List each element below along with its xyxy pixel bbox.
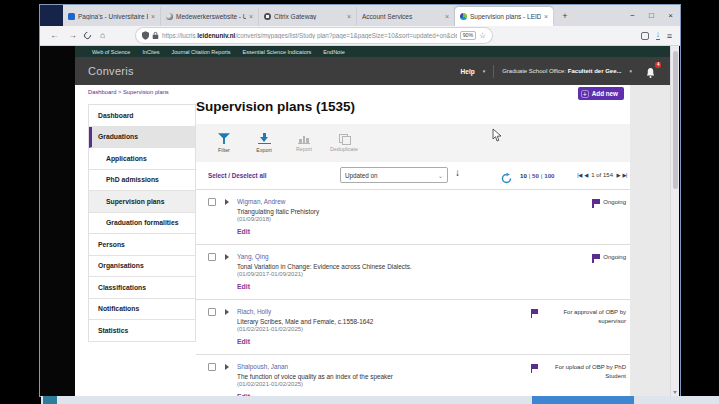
citrix-favicon-icon bbox=[264, 13, 271, 20]
page-indicator: 1 of 154 bbox=[591, 172, 613, 178]
row-checkbox[interactable] bbox=[208, 363, 216, 371]
help-menu[interactable]: Help bbox=[461, 68, 475, 75]
plan-person-link[interactable]: Yang, Qing bbox=[237, 253, 510, 260]
tab-medewerkerswebsite[interactable]: Medewerkerswebsite - Unive × bbox=[161, 7, 259, 26]
plan-details: Shalpoush, Janan The function of voice q… bbox=[237, 363, 510, 396]
wos-link-jcr[interactable]: Journal Citation Reports bbox=[172, 49, 231, 55]
breadcrumb-dashboard-link[interactable]: Dashboard bbox=[88, 89, 116, 95]
sidebar-item-classifications[interactable]: Classifications bbox=[89, 277, 195, 299]
tab-paginas[interactable]: Pagina's - Universitaire Bibli × bbox=[63, 7, 161, 26]
tab-close-icon[interactable]: × bbox=[544, 13, 548, 20]
sidebar-item-phd-admissions[interactable]: PhD admissions bbox=[89, 170, 195, 192]
extension-icon[interactable] bbox=[641, 32, 649, 40]
tab-citrix-gateway[interactable]: Citrix Gateway × bbox=[259, 7, 357, 26]
plan-person-link[interactable]: Wigman, Andrew bbox=[237, 198, 510, 205]
page-scrollbar[interactable] bbox=[670, 46, 679, 396]
maximize-button[interactable]: □ bbox=[642, 8, 661, 24]
last-page-button[interactable]: ▶| bbox=[623, 172, 627, 178]
menu-icon[interactable]: ≡ bbox=[667, 31, 672, 41]
row-checkbox[interactable] bbox=[208, 198, 216, 206]
bookmark-star-icon[interactable]: ☆ bbox=[479, 31, 486, 40]
wos-link-web-of-science[interactable]: Web of Science bbox=[92, 49, 130, 55]
tab-close-icon[interactable]: × bbox=[249, 13, 253, 20]
page-size-100[interactable]: 100 bbox=[544, 172, 554, 179]
tab-close-icon[interactable]: × bbox=[151, 13, 155, 20]
expand-row-icon[interactable] bbox=[225, 309, 229, 315]
url-text: https://lucris.leidenuniv.nl/converis/my… bbox=[162, 32, 457, 39]
downloads-icon[interactable]: ↓ bbox=[656, 31, 660, 40]
wos-link-endnote[interactable]: EndNote bbox=[323, 49, 344, 55]
page-size-50[interactable]: 50 bbox=[532, 172, 539, 179]
sidebar-item-graduation-formalities[interactable]: Graduation formalities bbox=[89, 213, 195, 235]
home-button[interactable]: ⌂ bbox=[96, 29, 109, 42]
url-field[interactable]: https://lucris.leidenuniv.nl/converis/my… bbox=[136, 28, 492, 43]
plan-person-link[interactable]: Shalpoush, Janan bbox=[237, 363, 510, 370]
plan-dates: (01/02/2021-01/02/2025) bbox=[237, 381, 510, 387]
tab-account-services[interactable]: Account Services × bbox=[357, 7, 455, 26]
flag-icon bbox=[531, 364, 539, 373]
sort-field-value: Updated on bbox=[345, 172, 378, 179]
tab-supervision-plans[interactable]: Supervision plans - LEIDEN × bbox=[455, 7, 553, 26]
sidebar-item-persons[interactable]: Persons bbox=[89, 234, 195, 256]
reload-button[interactable] bbox=[83, 31, 93, 41]
sidebar-item-applications[interactable]: Applications bbox=[89, 148, 195, 170]
sidebar-item-notifications[interactable]: Notifications bbox=[89, 299, 195, 321]
page-left-letterbox bbox=[40, 46, 75, 396]
close-window-button[interactable]: × bbox=[661, 8, 680, 24]
sidebar-item-statistics[interactable]: Statistics bbox=[89, 320, 195, 342]
pinned-tab-icon[interactable] bbox=[40, 5, 63, 26]
status-text: For upload of OBP by PhD Student bbox=[542, 363, 626, 396]
deduplicate-icon bbox=[339, 134, 350, 144]
edit-link[interactable]: Edit bbox=[237, 228, 510, 235]
scrollbar-thumb[interactable] bbox=[673, 51, 678, 189]
export-button[interactable]: Export bbox=[244, 133, 284, 153]
report-label: Report bbox=[296, 146, 312, 152]
plus-icon: + bbox=[581, 90, 589, 98]
tab-close-icon[interactable]: × bbox=[445, 13, 449, 20]
page-body: Dashboard > Supervision plans + Add new … bbox=[75, 85, 670, 396]
account-switcher[interactable]: Graduate School Office: Faculteit der Ge… bbox=[502, 68, 621, 74]
list-controls: Select / Deselect all Updated on ⌄ ↓ bbox=[196, 162, 630, 190]
minimize-button[interactable]: − bbox=[623, 8, 642, 24]
edit-link[interactable]: Edit bbox=[237, 338, 510, 345]
sidebar-item-supervision-plans[interactable]: Supervision plans bbox=[89, 191, 195, 213]
page-size-10[interactable]: 10 bbox=[520, 172, 527, 179]
wos-link-esi[interactable]: Essential Science Indicators bbox=[243, 49, 312, 55]
row-checkbox[interactable] bbox=[208, 253, 216, 261]
pagination: |◀ ◀ 1 of 154 ▶ ▶| bbox=[577, 172, 627, 178]
new-tab-button[interactable]: + bbox=[557, 11, 573, 21]
next-page-button[interactable]: ▶ bbox=[616, 172, 620, 178]
scroll-down-arrow-icon[interactable] bbox=[673, 391, 677, 394]
taskbar-start-button[interactable] bbox=[43, 396, 57, 404]
forward-button[interactable]: → bbox=[66, 29, 79, 42]
wos-link-incites[interactable]: InCites bbox=[142, 49, 159, 55]
expand-row-icon[interactable] bbox=[225, 364, 229, 370]
back-button[interactable]: ← bbox=[48, 29, 61, 42]
filter-button[interactable]: Filter bbox=[204, 133, 244, 153]
refresh-button[interactable] bbox=[501, 170, 512, 181]
expand-row-icon[interactable] bbox=[225, 254, 229, 260]
shield-icon[interactable] bbox=[142, 31, 149, 40]
converis-logo[interactable]: Converis bbox=[88, 65, 134, 77]
tab-close-icon[interactable]: × bbox=[347, 13, 351, 20]
window-controls: − □ × bbox=[623, 8, 680, 24]
sort-direction-button[interactable]: ↓ bbox=[455, 167, 460, 178]
row-checkbox[interactable] bbox=[208, 308, 216, 316]
expand-row-icon[interactable] bbox=[225, 199, 229, 205]
header-actions: Help ▾ Graduate School Office: Faculteit… bbox=[461, 65, 657, 78]
edit-link[interactable]: Edit bbox=[237, 283, 510, 290]
select-deselect-all-link[interactable]: Select / Deselect all bbox=[208, 172, 266, 179]
sort-field-dropdown[interactable]: Updated on ⌄ bbox=[340, 167, 448, 183]
sidebar-item-graduations[interactable]: Graduations bbox=[89, 127, 195, 149]
sidebar-item-organisations[interactable]: Organisations bbox=[89, 256, 195, 278]
plan-status: For approval of OBP by supervisor bbox=[510, 308, 630, 354]
zoom-level-badge[interactable]: 90% bbox=[460, 31, 477, 40]
status-text: Ongoing bbox=[603, 198, 626, 244]
first-page-button[interactable]: |◀ bbox=[577, 172, 581, 178]
export-icon bbox=[258, 133, 271, 144]
plan-person-link[interactable]: Riach, Holly bbox=[237, 308, 510, 315]
notifications-bell[interactable]: 4 bbox=[645, 65, 657, 77]
previous-page-button[interactable]: ◀ bbox=[584, 172, 588, 178]
sidebar-item-dashboard[interactable]: Dashboard bbox=[89, 105, 195, 127]
taskbar-active-app[interactable] bbox=[532, 396, 634, 404]
